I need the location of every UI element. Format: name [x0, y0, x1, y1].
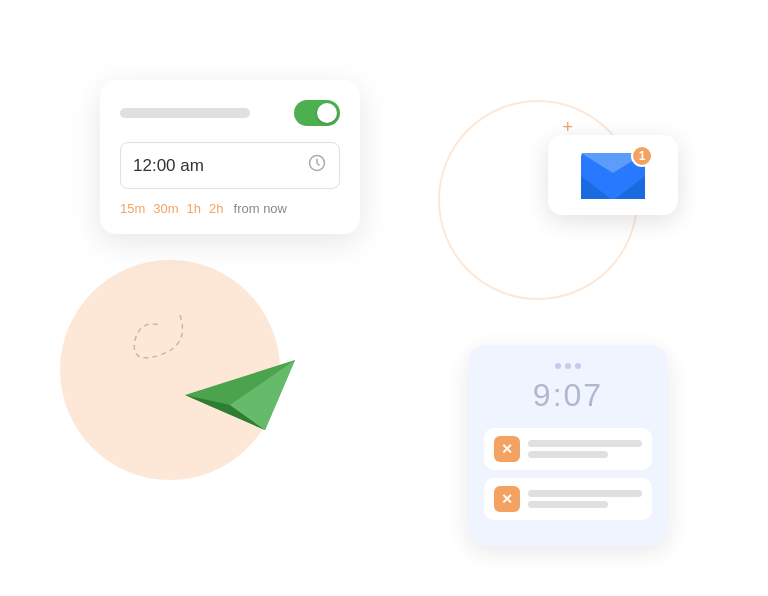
- phone-topbar: [484, 363, 652, 369]
- phone-notification-1: ✕: [484, 428, 652, 470]
- envelope-wrap: 1: [581, 153, 645, 199]
- notification-badge: 1: [631, 145, 653, 167]
- quick-time-1h[interactable]: 1h: [187, 201, 201, 216]
- clock-icon: [307, 153, 327, 178]
- toggle-row: [120, 100, 340, 126]
- phone-card: 9:07 ✕ ✕: [468, 345, 668, 546]
- phone-dot-1: [555, 363, 561, 369]
- phone-notification-2: ✕: [484, 478, 652, 520]
- notif-line-2b: [528, 501, 608, 508]
- notif-icon-symbol-1: ✕: [501, 441, 513, 457]
- time-value: 12:00 am: [133, 156, 204, 176]
- phone-dot-3: [575, 363, 581, 369]
- notif-icon-2: ✕: [494, 486, 520, 512]
- notif-icon-symbol-2: ✕: [501, 491, 513, 507]
- notif-line-2a: [528, 490, 642, 497]
- from-now-text: from now: [234, 201, 287, 216]
- toggle-knob: [317, 103, 337, 123]
- paper-plane-svg: [175, 350, 305, 440]
- toggle-label-bar: [120, 108, 250, 118]
- toggle-switch[interactable]: [294, 100, 340, 126]
- quick-time-2h[interactable]: 2h: [209, 201, 223, 216]
- quick-time-30m[interactable]: 30m: [153, 201, 178, 216]
- time-picker-card: 12:00 am 15m 30m 1h 2h from now: [100, 80, 360, 234]
- notif-icon-1: ✕: [494, 436, 520, 462]
- scene: + 12:00 am 15m 30m 1h 2h from now: [0, 0, 768, 596]
- quick-times-row: 15m 30m 1h 2h from now: [120, 201, 340, 216]
- notif-lines-2: [528, 490, 642, 508]
- quick-time-15m[interactable]: 15m: [120, 201, 145, 216]
- envelope-bottom-left: [581, 176, 611, 199]
- notif-line-1a: [528, 440, 642, 447]
- time-input-row[interactable]: 12:00 am: [120, 142, 340, 189]
- notif-lines-1: [528, 440, 642, 458]
- plus-icon: +: [562, 118, 573, 136]
- notif-line-1b: [528, 451, 608, 458]
- phone-dot-2: [565, 363, 571, 369]
- envelope-bottom-right: [615, 176, 645, 199]
- email-card: 1: [548, 135, 678, 215]
- phone-time: 9:07: [484, 377, 652, 414]
